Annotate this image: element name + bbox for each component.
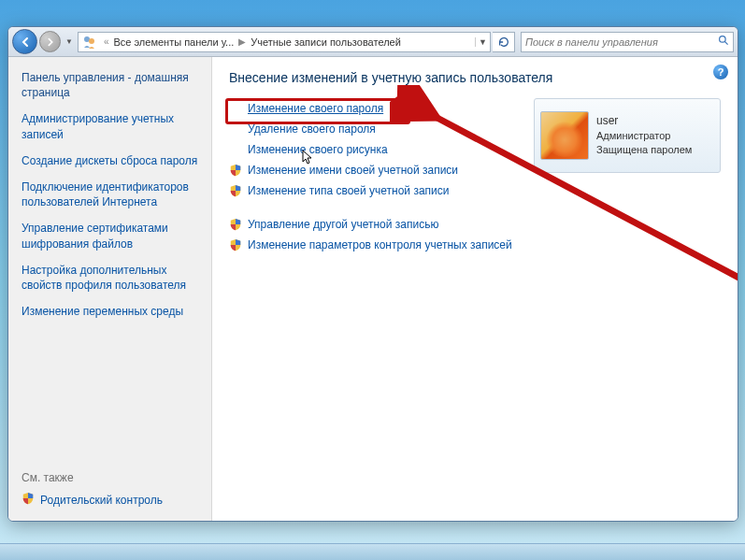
svg-point-2 — [719, 36, 725, 42]
see-also-parental-controls[interactable]: Родительский контроль — [21, 492, 198, 508]
help-icon[interactable]: ? — [713, 65, 728, 79]
user-password-status: Защищена паролем — [596, 143, 692, 157]
control-panel-home-link[interactable]: Панель управления - домашняя страница — [21, 70, 198, 100]
see-also-header: См. также — [21, 471, 198, 484]
user-info: user Администратор Защищена паролем — [596, 113, 692, 158]
action-list-secondary: Управление другой учетной записью Измене… — [229, 218, 721, 251]
sidebar-task-advanced-profile[interactable]: Настройка дополнительных свойств профиля… — [21, 263, 198, 293]
user-name: user — [596, 113, 692, 129]
nav-forward-button[interactable] — [39, 31, 61, 52]
search-icon[interactable] — [714, 35, 733, 50]
refresh-button[interactable] — [493, 32, 515, 52]
shield-icon — [229, 238, 242, 251]
user-accounts-icon — [81, 34, 98, 50]
breadcrumb-dropdown[interactable]: ▼ — [475, 37, 490, 47]
action-change-uac-settings[interactable]: Изменение параметров контроля учетных за… — [248, 238, 512, 251]
sidebar: Панель управления - домашняя страница Ад… — [8, 57, 212, 521]
breadcrumb-chevron-icon: ▶ — [236, 36, 249, 47]
shield-icon — [21, 492, 35, 508]
breadcrumb-seg-2[interactable]: Учетные записи пользователей — [249, 36, 403, 48]
svg-point-1 — [89, 38, 94, 44]
action-change-account-type[interactable]: Изменение типа своей учетной записи — [248, 184, 449, 197]
action-change-account-name[interactable]: Изменение имени своей учетной записи — [248, 164, 458, 177]
sidebar-task-password-reset-disk[interactable]: Создание дискеты сброса пароля — [21, 153, 198, 168]
control-panel-window: — ▢ ✕ ▼ « Все элементы панели у... ▶ Уче… — [7, 26, 738, 522]
sidebar-task-manage-certs[interactable]: Управление сертификатами шифрования файл… — [21, 221, 198, 251]
page-title: Внесение изменений в учетную запись поль… — [229, 70, 721, 85]
sidebar-task-env-vars[interactable]: Изменение переменных среды — [21, 304, 198, 319]
nav-history-dropdown[interactable]: ▼ — [63, 37, 76, 46]
navbar: ▼ « Все элементы панели у... ▶ Учетные з… — [8, 27, 738, 57]
sidebar-task-link-online-ids[interactable]: Подключение идентификаторов пользователе… — [21, 179, 198, 209]
action-change-picture[interactable]: Изменение своего рисунка — [248, 143, 388, 156]
user-card: user Администратор Защищена паролем — [534, 98, 721, 173]
shield-icon — [229, 218, 242, 231]
user-role: Администратор — [596, 129, 692, 143]
shield-icon — [229, 184, 242, 197]
breadcrumb-left-chevron[interactable]: « — [101, 36, 112, 47]
shield-icon — [229, 164, 242, 177]
breadcrumb-seg-1[interactable]: Все элементы панели у... — [111, 36, 236, 48]
action-remove-password[interactable]: Удаление своего пароля — [248, 122, 376, 136]
search-box[interactable] — [521, 32, 734, 52]
breadcrumb[interactable]: « Все элементы панели у... ▶ Учетные зап… — [78, 32, 491, 52]
avatar — [540, 111, 589, 160]
content-pane: ? Внесение изменений в учетную запись по… — [212, 57, 738, 521]
taskbar[interactable] — [0, 543, 745, 560]
nav-back-button[interactable] — [12, 29, 37, 54]
action-manage-other-account[interactable]: Управление другой учетной записью — [248, 218, 438, 231]
action-change-password[interactable]: Изменение своего пароля — [248, 102, 383, 115]
sidebar-task-manage-accounts[interactable]: Администрирование учетных записей — [21, 111, 198, 141]
see-also-label: Родительский контроль — [40, 494, 163, 507]
search-input[interactable] — [522, 36, 714, 48]
svg-line-3 — [724, 41, 727, 44]
body-area: Панель управления - домашняя страница Ад… — [8, 57, 738, 521]
